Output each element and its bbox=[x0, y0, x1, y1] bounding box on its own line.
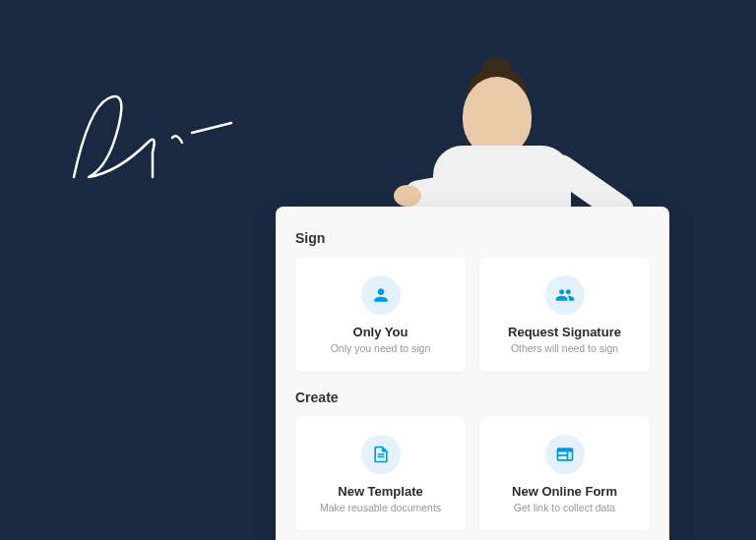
create-section-header: Create bbox=[295, 390, 650, 405]
card-title: New Template bbox=[307, 484, 454, 499]
form-icon bbox=[545, 435, 585, 474]
create-card-row: New Template Make reusable documents New… bbox=[295, 417, 650, 531]
request-signature-card[interactable]: Request Signature Others will need to si… bbox=[479, 258, 650, 372]
action-panel: Sign Only You Only you need to sign Requ… bbox=[276, 207, 669, 540]
new-online-form-card[interactable]: New Online Form Get link to collect data bbox=[479, 417, 650, 531]
card-title: Request Signature bbox=[491, 325, 638, 339]
document-icon bbox=[361, 435, 401, 474]
card-title: New Online Form bbox=[491, 484, 638, 499]
signature-logo bbox=[59, 49, 236, 197]
sign-section-header: Sign bbox=[295, 230, 650, 246]
people-icon bbox=[545, 275, 585, 315]
card-subtitle: Only you need to sign bbox=[307, 342, 454, 356]
card-subtitle: Others will need to sign bbox=[491, 342, 638, 356]
person-icon bbox=[361, 275, 401, 315]
card-title: Only You bbox=[307, 325, 454, 339]
card-subtitle: Get link to collect data bbox=[491, 502, 638, 515]
only-you-card[interactable]: Only You Only you need to sign bbox=[295, 258, 466, 372]
new-template-card[interactable]: New Template Make reusable documents bbox=[295, 417, 466, 531]
card-subtitle: Make reusable documents bbox=[307, 502, 454, 515]
sign-card-row: Only You Only you need to sign Request S… bbox=[295, 258, 650, 372]
